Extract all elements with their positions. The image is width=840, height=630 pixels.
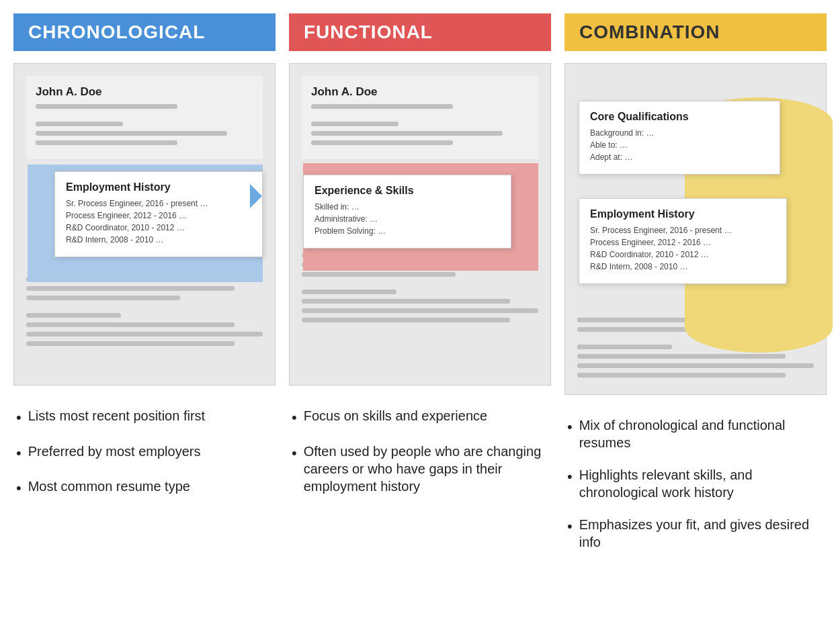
fline11 <box>302 318 510 322</box>
popup-chron: Employment History Sr. Process Engineer,… <box>54 171 263 257</box>
bullet-dot-2: • <box>16 444 22 463</box>
bullet-text-chron-2: Preferred by most employers <box>28 443 201 460</box>
popup-combo-core-item1: Background in: … <box>590 128 769 138</box>
badge-chronological: CHRONOLOGICAL <box>13 13 276 51</box>
bullets-func: • Focus on skills and experience • Often… <box>289 407 551 510</box>
line2 <box>36 122 123 126</box>
line7 <box>26 296 180 300</box>
bullet-combo-1: • Mix of chronological and functional re… <box>567 416 827 451</box>
bullet-text-func-1: Focus on skills and experience <box>304 407 487 424</box>
line11 <box>26 341 235 346</box>
resume-inner-chron: John A. Doe <box>26 76 263 159</box>
line8 <box>26 313 121 318</box>
line3 <box>36 131 227 136</box>
popup-func-title: Experience & Skills <box>314 185 500 197</box>
line10 <box>26 332 263 336</box>
popup-chron-item1: Sr. Process Engineer, 2016 - present … <box>66 199 251 208</box>
fline4 <box>311 140 453 145</box>
fline9 <box>302 299 510 304</box>
popup-combo-emp-item1: Sr. Process Engineer, 2016 - present … <box>590 226 775 235</box>
cline10 <box>577 373 786 377</box>
cline7 <box>577 345 672 349</box>
popup-combo-emp: Employment History Sr. Process Engineer,… <box>579 198 787 284</box>
popup-chron-item3: R&D Coordinator, 2010 - 2012 … <box>66 223 251 232</box>
fline8 <box>302 289 396 294</box>
resume-mockup-combination: Core Qualifications Background in: … Abl… <box>564 63 827 395</box>
bullet-dot-1: • <box>16 408 22 428</box>
resume-mockup-functional: John A. Doe Experience & Skills Skilled … <box>289 63 551 386</box>
popup-combo-emp-title: Employment History <box>590 208 775 220</box>
popup-func-item2: Administrative: … <box>314 214 500 224</box>
bullet-chron-1: • Lists most recent position first <box>16 407 276 428</box>
bullet-text-chron-1: Lists most recent position first <box>28 407 205 424</box>
fline3 <box>311 131 503 136</box>
popup-combo-emp-item4: R&D Intern, 2008 - 2010 … <box>590 262 775 271</box>
badge-functional: FUNCTIONAL <box>289 13 551 51</box>
fline2 <box>311 122 398 126</box>
popup-combo-core-item2: Able to: … <box>590 140 769 150</box>
resume-content-chron: John A. Doe <box>26 76 263 159</box>
fline7 <box>302 272 456 277</box>
fline10 <box>302 308 538 313</box>
bullet-chron-2: • Preferred by most employers <box>16 443 276 463</box>
column-functional: FUNCTIONAL John A. Doe Experience & Skil… <box>289 13 551 566</box>
badge-combination: COMBINATION <box>564 13 827 51</box>
chron-lines-below <box>26 277 263 346</box>
line1 <box>36 104 177 109</box>
popup-combo-emp-item2: Process Engineer, 2012 - 2016 … <box>590 238 775 247</box>
bullet-dot-f1: • <box>292 408 297 428</box>
line6 <box>26 286 235 291</box>
bullet-text-combo-3: Emphasizes your fit, and gives desired i… <box>579 516 827 551</box>
bullet-text-combo-1: Mix of chronological and functional resu… <box>579 416 827 451</box>
bullets-chron: • Lists most recent position first • Pre… <box>13 407 276 513</box>
chron-name: John A. Doe <box>36 85 253 99</box>
bullet-func-1: • Focus on skills and experience <box>292 407 551 428</box>
popup-chron-item4: R&D Intern, 2008 - 2010 … <box>66 235 251 244</box>
popup-func-item1: Skilled in: … <box>314 202 500 212</box>
popup-combo-emp-item3: R&D Coordinator, 2010 - 2012 … <box>590 250 775 259</box>
resume-inner-func: John A. Doe <box>302 76 538 159</box>
popup-combo-core-item3: Adept at: … <box>590 152 769 162</box>
popup-combo-core: Core Qualifications Background in: … Abl… <box>579 101 780 175</box>
bullet-dot-c1: • <box>567 418 573 437</box>
main-layout: CHRONOLOGICAL John A. Doe Employment His… <box>13 13 827 566</box>
fline1 <box>311 104 453 109</box>
popup-chron-item2: Process Engineer, 2012 - 2016 … <box>66 211 251 220</box>
line9 <box>26 322 235 327</box>
bullet-combo-2: • Highlights relevant skills, and chrono… <box>567 466 827 501</box>
column-combination: COMBINATION Core Qualifications Backgrou… <box>564 13 827 566</box>
cline9 <box>577 363 814 368</box>
bullet-dot-f2: • <box>292 444 297 463</box>
popup-func-item3: Problem Solving: … <box>314 226 500 236</box>
line4 <box>36 140 177 145</box>
bullet-func-2: • Often used by people who are changing … <box>292 443 551 495</box>
bullet-dot-c2: • <box>567 467 573 487</box>
bullet-chron-3: • Most common resume type <box>16 478 276 498</box>
resume-content-func: John A. Doe <box>302 76 538 159</box>
bullet-text-combo-2: Highlights relevant skills, and chronolo… <box>579 466 827 501</box>
cline8 <box>577 354 786 359</box>
resume-mockup-chronological: John A. Doe Employment History Sr. Proce… <box>13 63 276 386</box>
func-name: John A. Doe <box>311 85 529 99</box>
bullet-dot-c3: • <box>567 517 573 537</box>
popup-func: Experience & Skills Skilled in: … Admini… <box>303 175 511 249</box>
popup-combo-core-title: Core Qualifications <box>590 111 769 123</box>
popup-chron-title: Employment History <box>66 181 251 193</box>
bullet-text-chron-3: Most common resume type <box>28 478 190 495</box>
bullet-text-func-2: Often used by people who are changing ca… <box>304 443 551 495</box>
bullet-dot-3: • <box>16 479 22 498</box>
bullets-combo: • Mix of chronological and functional re… <box>564 416 827 566</box>
bullet-combo-3: • Emphasizes your fit, and gives desired… <box>567 516 827 551</box>
column-chronological: CHRONOLOGICAL John A. Doe Employment His… <box>13 13 276 566</box>
